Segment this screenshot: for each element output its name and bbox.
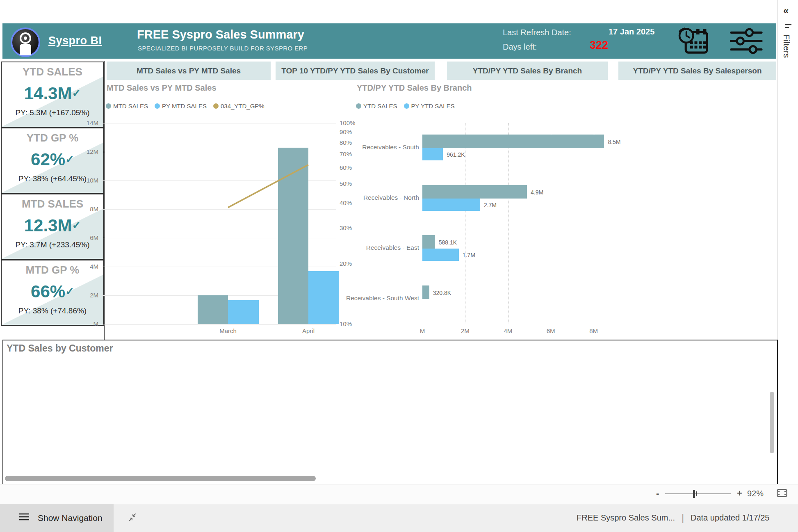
gridline bbox=[102, 324, 336, 324]
table-title: YTD Sales by Customer bbox=[7, 343, 113, 354]
fit-to-screen-icon[interactable] bbox=[777, 489, 787, 499]
secondary-axis-tick-label: 100% bbox=[340, 119, 355, 126]
secondary-axis-tick-label: 50% bbox=[340, 180, 352, 187]
zoom-slider-track[interactable] bbox=[665, 493, 731, 494]
branch-category-label: Receivables - South West bbox=[337, 295, 419, 302]
secondary-axis-tick-label: 30% bbox=[340, 224, 352, 231]
table-panel bbox=[2, 340, 778, 486]
y-axis-tick-label: 6M bbox=[78, 234, 98, 241]
zoom-in-button[interactable]: + bbox=[737, 488, 742, 499]
bar-ytd-sales-branch[interactable] bbox=[422, 185, 527, 199]
bar-value-label: 2.7M bbox=[484, 202, 497, 208]
bar-value-label: 961.2K bbox=[447, 151, 465, 158]
secondary-axis-tick-label: 20% bbox=[340, 260, 352, 267]
x-axis-tick-label: 4M bbox=[498, 327, 518, 334]
y-axis-tick-label: 2M bbox=[78, 292, 98, 299]
status-divider: | bbox=[682, 512, 684, 523]
bar-ytd-sales-branch[interactable] bbox=[422, 135, 604, 148]
bar-value-label: 588.1K bbox=[439, 239, 457, 246]
gridline-dotted bbox=[551, 123, 551, 324]
y-axis-tick-label: 4M bbox=[78, 263, 98, 270]
branch-category-label: Receivables - North bbox=[337, 194, 419, 201]
collapse-arrows-icon[interactable] bbox=[128, 513, 137, 523]
bar-value-label: 320.8K bbox=[433, 290, 451, 296]
x-axis-category-label: April bbox=[288, 327, 329, 334]
bar-ytd-sales-branch[interactable] bbox=[422, 235, 435, 249]
bar-py-mtd-sales-march[interactable] bbox=[228, 300, 259, 324]
zoom-slider-mark bbox=[696, 491, 697, 496]
bar-ytd-sales-branch[interactable] bbox=[422, 285, 429, 299]
bar-py-ytd-sales-branch[interactable] bbox=[422, 148, 443, 160]
gridline-dotted bbox=[508, 123, 508, 324]
report-name-status: FREE Syspro Sales Sum... bbox=[577, 513, 675, 523]
x-axis-tick-label: 8M bbox=[584, 327, 604, 334]
vertical-scrollbar[interactable] bbox=[770, 392, 774, 453]
secondary-axis-tick-label: 90% bbox=[340, 128, 352, 135]
bar-value-label: 1.7M bbox=[463, 252, 475, 258]
status-bar bbox=[0, 504, 798, 532]
y-axis-tick-label: 8M bbox=[78, 205, 98, 212]
branch-category-label: Receivables - East bbox=[337, 244, 419, 251]
gridline-dotted bbox=[465, 123, 465, 324]
hamburger-icon bbox=[19, 513, 30, 523]
secondary-axis-tick-label: 10% bbox=[340, 320, 352, 327]
zoom-percentage: 92% bbox=[747, 489, 764, 498]
x-axis-tick-label: 6M bbox=[540, 327, 561, 334]
branch-category-label: Receivables - South bbox=[337, 144, 419, 151]
bar-mtd-sales-march[interactable] bbox=[198, 295, 228, 324]
bar-value-label: 8.5M bbox=[608, 139, 620, 145]
bar-py-ytd-sales-branch[interactable] bbox=[422, 199, 480, 211]
bar-py-mtd-sales-april[interactable] bbox=[308, 271, 339, 324]
bar-value-label: 4.9M bbox=[531, 189, 543, 196]
horizontal-scrollbar[interactable] bbox=[5, 476, 316, 481]
gridline-dotted bbox=[594, 123, 594, 324]
data-updated-status: Data updated 1/17/25 bbox=[691, 513, 769, 523]
bar-py-ytd-sales-branch[interactable] bbox=[422, 249, 459, 261]
secondary-axis-tick-label: 70% bbox=[340, 151, 352, 158]
y-axis-tick-label: 10M bbox=[78, 177, 98, 184]
y-axis-tick-label: M bbox=[78, 320, 98, 327]
zoom-out-button[interactable]: - bbox=[656, 488, 659, 499]
x-axis-tick-label: 2M bbox=[455, 327, 475, 334]
show-navigation-button[interactable]: Show Navigation bbox=[0, 504, 114, 532]
x-axis-category-label: March bbox=[207, 327, 249, 334]
y-axis-tick-label: 14M bbox=[78, 119, 98, 126]
gridline bbox=[102, 123, 336, 123]
show-navigation-label: Show Navigation bbox=[38, 513, 103, 523]
x-axis-tick-label: M bbox=[412, 327, 433, 334]
bar-mtd-sales-april[interactable] bbox=[278, 148, 308, 324]
zoom-slider-thumb[interactable] bbox=[693, 490, 695, 498]
y-axis-tick-label: 12M bbox=[78, 148, 98, 155]
secondary-axis-tick-label: 60% bbox=[340, 164, 352, 171]
